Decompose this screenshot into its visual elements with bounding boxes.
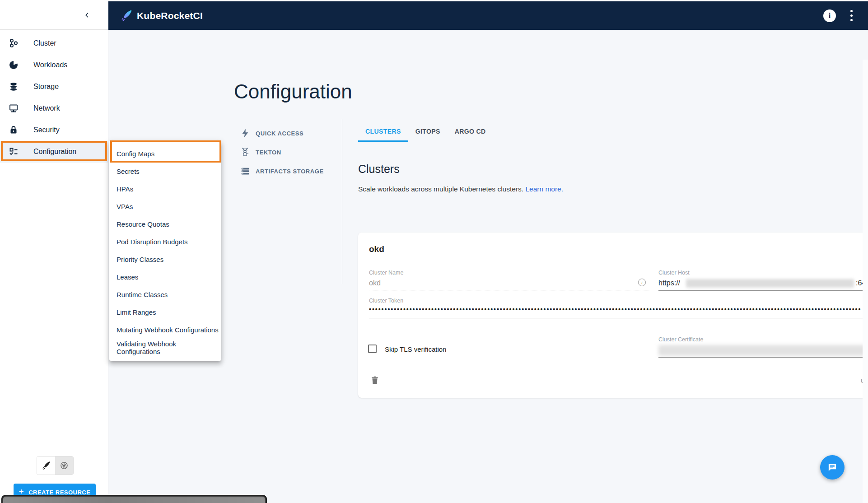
brand-name: KubeRocketCI	[137, 10, 203, 21]
cluster-certificate-underline	[658, 345, 868, 358]
menu-item-label: TEKTON	[256, 149, 281, 156]
rocket-logo-icon	[120, 9, 132, 22]
configuration-side-menu: QUICK ACCESS TEKTON ARTIFACTS STORAGE	[240, 124, 324, 181]
screen-capture-bar	[1, 495, 267, 503]
collapse-sidebar-button[interactable]	[81, 9, 93, 21]
cluster-token-label: Cluster Token	[369, 298, 403, 304]
tab-clusters[interactable]: CLUSTERS	[358, 122, 408, 141]
cluster-card: okd Cluster Name okd i Cluster Host http…	[358, 233, 868, 398]
menu-item-label: ARTIFACTS STORAGE	[256, 168, 324, 175]
tab-gitops[interactable]: GITOPS	[408, 122, 448, 141]
cluster-name-underline	[369, 279, 651, 290]
submenu-item-priority-classes[interactable]: Priority Classes	[109, 251, 221, 268]
rocket-icon	[42, 461, 51, 470]
submenu-item-validating-webhook-configurations[interactable]: Validating Webhook Configurations	[109, 339, 221, 356]
submenu-item-limit-ranges[interactable]: Limit Ranges	[109, 303, 221, 321]
cluster-name-label: Cluster Name	[369, 270, 403, 276]
cluster-icon	[8, 38, 19, 49]
sidebar-item-label: Security	[33, 126, 60, 134]
sidebar-item-label: Cluster	[33, 39, 56, 47]
view-mode-toggle	[37, 456, 74, 475]
kubernetes-mode-button[interactable]	[55, 456, 73, 475]
chat-fab-button[interactable]	[820, 455, 845, 480]
lightning-bolt-icon	[240, 128, 250, 138]
cluster-token-underline	[369, 305, 868, 318]
sidebar-item-network[interactable]: Network	[0, 98, 108, 119]
submenu-item-pod-disruption-budgets[interactable]: Pod Disruption Budgets	[109, 233, 221, 251]
submenu-item-hpas[interactable]: HPAs	[109, 180, 221, 198]
submenu-item-vpas[interactable]: VPAs	[109, 198, 221, 215]
sidebar-item-configuration[interactable]: Configuration	[0, 141, 108, 163]
sidebar-item-label: Storage	[33, 83, 59, 91]
info-icon[interactable]: i	[638, 279, 646, 286]
page-title: Configuration	[234, 80, 352, 103]
menu-item-quick-access[interactable]: QUICK ACCESS	[240, 124, 324, 143]
main-content: Configuration QUICK ACCESS TEKTON	[108, 30, 868, 503]
submenu-item-resource-quotas[interactable]: Resource Quotas	[109, 215, 221, 233]
kebab-menu-icon[interactable]	[849, 8, 854, 23]
workloads-icon	[8, 60, 19, 70]
sidebar-item-label: Configuration	[33, 148, 76, 156]
section-description: Scale workloads across multiple Kubernet…	[358, 185, 563, 193]
network-icon	[8, 103, 19, 114]
storage-icon	[8, 81, 19, 92]
submenu-item-secrets[interactable]: Secrets	[109, 163, 221, 180]
kubernetes-wheel-icon	[60, 461, 69, 470]
app-window: KubeRocketCI i Cluster	[0, 0, 868, 503]
chevron-left-icon	[84, 12, 90, 19]
menu-item-artifacts-storage[interactable]: ARTIFACTS STORAGE	[240, 162, 324, 181]
submenu-item-leases[interactable]: Leases	[109, 268, 221, 286]
section-heading: Clusters	[358, 163, 400, 176]
sidebar-item-label: Workloads	[33, 61, 67, 69]
cluster-host-label: Cluster Host	[658, 270, 690, 276]
brand: KubeRocketCI	[120, 9, 203, 22]
skip-tls-label: Skip TLS verification	[385, 345, 446, 353]
sidebar: Cluster Workloads Storage Network	[0, 0, 108, 503]
tekton-cat-icon	[240, 147, 250, 157]
configuration-submenu: Config Maps Secrets HPAs VPAs Resource Q…	[109, 141, 221, 361]
learn-more-link[interactable]: Learn more.	[525, 185, 563, 193]
sidebar-item-security[interactable]: Security	[0, 119, 108, 141]
menu-item-label: QUICK ACCESS	[256, 130, 303, 137]
configuration-icon	[8, 146, 19, 157]
menu-item-tekton[interactable]: TEKTON	[240, 143, 324, 162]
scrollbar-track[interactable]	[863, 60, 868, 503]
sidebar-item-label: Network	[33, 104, 60, 112]
sidebar-item-cluster[interactable]: Cluster	[0, 33, 108, 54]
security-icon	[8, 125, 19, 135]
section-description-text: Scale workloads across multiple Kubernet…	[358, 185, 523, 193]
skip-tls-checkbox[interactable]	[368, 345, 377, 353]
vertical-divider	[342, 119, 342, 284]
tab-argo-cd[interactable]: ARGO CD	[448, 122, 493, 141]
app-header: KubeRocketCI i	[108, 0, 868, 30]
info-icon[interactable]: i	[823, 9, 836, 22]
sidebar-top	[0, 0, 108, 30]
trash-icon[interactable]	[370, 375, 380, 385]
submenu-item-config-maps[interactable]: Config Maps	[109, 145, 221, 163]
server-stack-icon	[240, 166, 250, 176]
chat-bubble-icon	[826, 461, 838, 473]
submenu-item-runtime-classes[interactable]: Runtime Classes	[109, 286, 221, 303]
rocket-mode-button[interactable]	[37, 456, 55, 475]
cluster-card-title: okd	[369, 244, 384, 254]
tabs: CLUSTERS GITOPS ARGO CD	[358, 122, 493, 141]
sidebar-item-workloads[interactable]: Workloads	[0, 54, 108, 76]
cluster-host-underline	[658, 279, 868, 291]
sidebar-nav: Cluster Workloads Storage Network	[0, 33, 108, 163]
submenu-item-mutating-webhook-configurations[interactable]: Mutating Webhook Configurations	[109, 321, 221, 339]
sidebar-item-storage[interactable]: Storage	[0, 76, 108, 98]
cluster-certificate-label: Cluster Certificate	[658, 336, 703, 343]
